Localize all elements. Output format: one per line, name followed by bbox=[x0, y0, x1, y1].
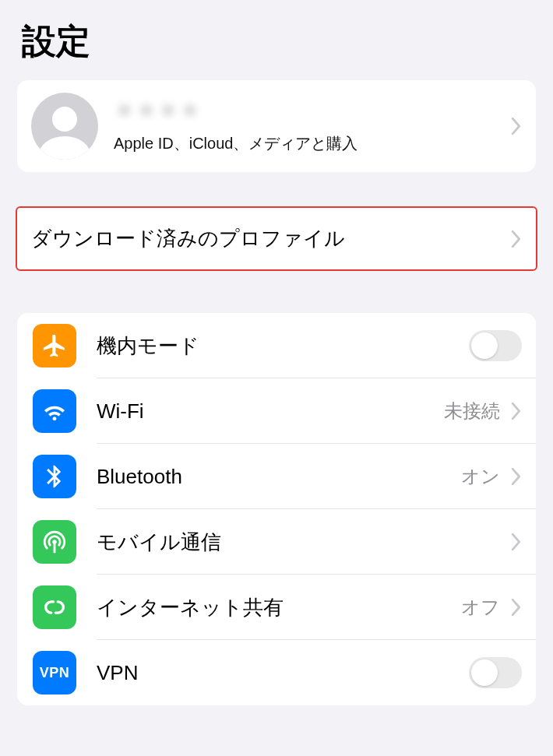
row-airplane-mode[interactable]: 機内モード bbox=[17, 313, 536, 378]
row-value: 未接続 bbox=[444, 399, 500, 424]
row-label: Bluetooth bbox=[76, 465, 461, 489]
chevron-right-icon bbox=[511, 118, 522, 135]
row-hotspot[interactable]: インターネット共有 オフ bbox=[17, 575, 536, 640]
profile-card: ＊＊＊＊ Apple ID、iCloud、メディアと購入 bbox=[17, 80, 536, 172]
avatar-icon bbox=[31, 93, 98, 160]
profile-row[interactable]: ＊＊＊＊ Apple ID、iCloud、メディアと購入 bbox=[17, 80, 536, 172]
downloaded-profile-row[interactable]: ダウンロード済みのプロファイル bbox=[17, 208, 536, 269]
chevron-right-icon bbox=[511, 533, 522, 550]
cellular-icon bbox=[33, 520, 76, 564]
vpn-toggle[interactable] bbox=[469, 657, 522, 688]
row-wifi[interactable]: Wi-Fi 未接続 bbox=[17, 378, 536, 444]
chevron-right-icon bbox=[511, 403, 522, 420]
row-bluetooth[interactable]: Bluetooth オン bbox=[17, 444, 536, 509]
hotspot-icon bbox=[33, 585, 76, 629]
airplane-icon bbox=[33, 324, 76, 367]
chevron-right-icon bbox=[511, 230, 522, 248]
row-label: Wi-Fi bbox=[76, 399, 444, 424]
profile-text: ＊＊＊＊ Apple ID、iCloud、メディアと購入 bbox=[98, 99, 505, 154]
profile-name: ＊＊＊＊ bbox=[114, 99, 505, 128]
row-vpn[interactable]: VPN VPN bbox=[17, 640, 536, 705]
downloaded-profile-card: ダウンロード済みのプロファイル bbox=[16, 206, 537, 271]
page-title: 設定 bbox=[0, 0, 553, 80]
row-value: オン bbox=[461, 464, 500, 489]
wifi-icon bbox=[33, 389, 76, 433]
bluetooth-icon bbox=[33, 455, 76, 498]
settings-list: 機内モード Wi-Fi 未接続 Bluetooth オン モバイル通信 bbox=[17, 313, 536, 705]
profile-subtitle: Apple ID、iCloud、メディアと購入 bbox=[114, 133, 505, 154]
chevron-right-icon bbox=[511, 468, 522, 485]
downloaded-profile-label: ダウンロード済みのプロファイル bbox=[31, 225, 505, 252]
chevron-right-icon bbox=[511, 599, 522, 616]
row-label: インターネット共有 bbox=[76, 594, 461, 621]
airplane-toggle[interactable] bbox=[469, 330, 522, 361]
row-value: オフ bbox=[461, 595, 500, 620]
row-label: VPN bbox=[76, 661, 469, 685]
row-label: 機内モード bbox=[76, 332, 469, 360]
row-cellular[interactable]: モバイル通信 bbox=[17, 509, 536, 575]
row-label: モバイル通信 bbox=[76, 529, 505, 556]
vpn-icon: VPN bbox=[33, 651, 76, 694]
